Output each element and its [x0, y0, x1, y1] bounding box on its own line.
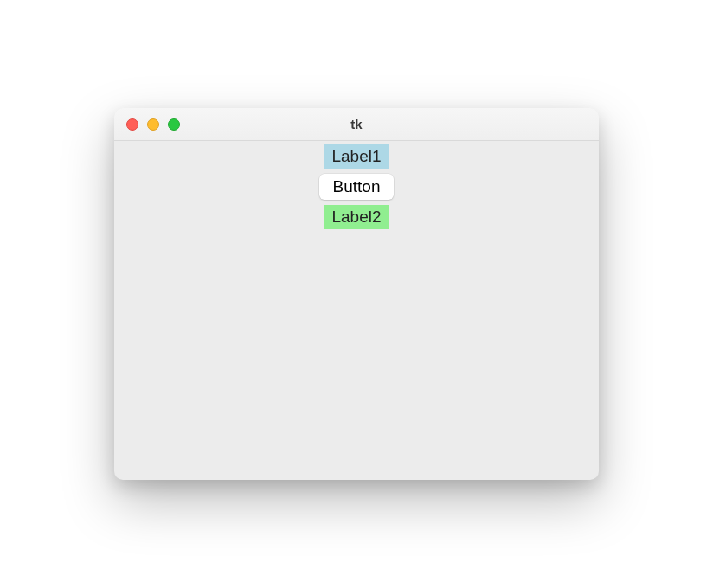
window-title: tk — [114, 117, 599, 131]
maximize-icon[interactable] — [168, 118, 180, 131]
close-icon[interactable] — [126, 118, 138, 131]
label-1: Label1 — [324, 144, 388, 169]
main-button[interactable]: Button — [319, 174, 395, 200]
label-2: Label2 — [324, 205, 388, 229]
app-window: tk Label1 Button Label2 — [114, 108, 599, 480]
minimize-icon[interactable] — [147, 118, 159, 131]
titlebar: tk — [114, 108, 599, 141]
window-content: Label1 Button Label2 — [114, 141, 599, 229]
traffic-lights — [126, 118, 180, 131]
